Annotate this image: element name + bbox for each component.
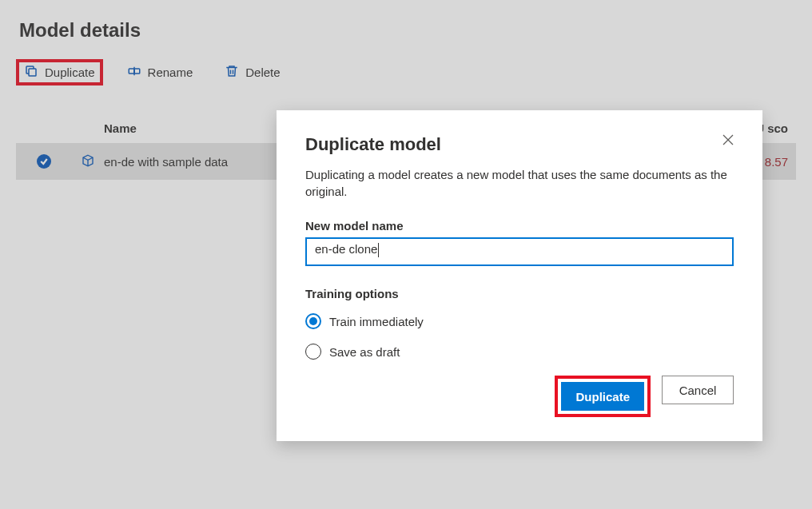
cancel-button[interactable]: Cancel <box>662 376 734 404</box>
text-caret <box>378 243 379 257</box>
training-options-label: Training options <box>305 287 734 300</box>
dialog-title: Duplicate model <box>305 134 441 155</box>
duplicate-confirm-button[interactable]: Duplicate <box>561 382 644 411</box>
new-model-name-value: en-de clone <box>315 242 377 256</box>
duplicate-model-dialog: Duplicate model Duplicating a model crea… <box>277 110 762 441</box>
radio-train-immediately[interactable]: Train immediately <box>305 313 734 329</box>
radio-icon <box>305 344 321 360</box>
primary-button-highlight: Duplicate <box>555 376 651 417</box>
radio-train-immediately-label: Train immediately <box>329 315 424 328</box>
new-model-name-input[interactable]: en-de clone <box>305 237 734 266</box>
new-model-name-label: New model name <box>305 219 734 233</box>
radio-icon <box>305 313 321 329</box>
dialog-description: Duplicating a model creates a new model … <box>305 166 734 200</box>
radio-save-as-draft[interactable]: Save as draft <box>305 344 734 360</box>
close-icon[interactable] <box>722 134 734 149</box>
radio-save-as-draft-label: Save as draft <box>329 345 400 359</box>
